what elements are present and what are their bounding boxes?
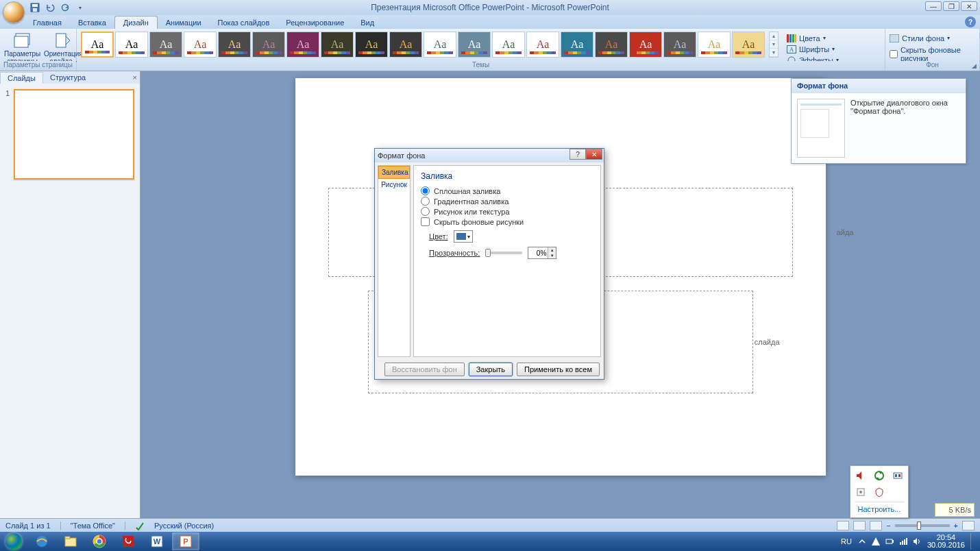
reset-background-button[interactable]: Восстановить фон [384,363,465,376]
language-indicator[interactable]: RU [841,537,852,546]
theme-thumbnail[interactable]: Aa [561,32,593,58]
tab-review[interactable]: Рецензирование [278,16,352,29]
zoom-fit-button[interactable] [962,521,975,530]
tray-network-icon[interactable] [898,537,908,546]
zoom-thumb[interactable] [917,522,921,530]
tray-action-center-icon[interactable] [871,537,881,546]
tab-view[interactable]: Вид [352,16,382,29]
transparency-spinner[interactable]: ▲▼ [528,247,556,259]
tab-home[interactable]: Главная [25,16,70,29]
theme-thumbnail[interactable]: Aa [629,32,662,58]
volume-icon[interactable] [855,470,866,481]
theme-thumbnail[interactable]: Aa [526,32,559,58]
gallery-row-up-icon[interactable]: ▴ [770,32,778,40]
tray-customize-link[interactable]: Настроить... [855,502,904,513]
taskbar-powerpoint[interactable]: P [172,532,199,550]
theme-thumbnail[interactable]: Aa [321,32,354,58]
background-styles-button[interactable]: Стили фона ▾ [890,33,950,43]
qat-more-icon[interactable]: ▾ [74,1,86,14]
transparency-input[interactable] [528,247,548,258]
help-icon[interactable]: ? [965,16,976,27]
view-normal-button[interactable] [837,521,849,530]
taskbar-word[interactable]: W [143,532,171,550]
undo-icon[interactable] [44,1,56,14]
close-dialog-button[interactable]: Закрыть [469,363,513,376]
tray-show-hidden-icon[interactable] [857,537,867,546]
theme-thumbnail[interactable]: Aa [492,32,525,58]
theme-thumbnail[interactable]: Aa [698,32,731,58]
view-sorter-button[interactable] [853,521,866,530]
zoom-in-button[interactable]: + [954,522,958,530]
transparency-slider[interactable] [485,252,522,254]
office-button[interactable] [3,1,25,23]
theme-thumbnail[interactable]: Aa [81,32,114,58]
dialog-titlebar[interactable]: Формат фона ? ✕ [375,149,604,162]
gallery-row-down-icon[interactable]: ▾ [770,40,778,49]
tab-insert[interactable]: Вставка [70,16,114,29]
close-button[interactable]: ✕ [961,1,977,11]
theme-thumbnail[interactable]: Aa [424,32,456,58]
dialog-close-button[interactable]: ✕ [586,149,602,160]
tab-animations[interactable]: Анимации [158,16,210,29]
apply-all-button[interactable]: Применить ко всем [517,363,600,376]
slide-panel-close-icon[interactable]: × [133,73,137,82]
opt-gradient-fill[interactable]: Градиентная заливка [421,197,593,206]
taskbar-chrome[interactable] [86,532,113,550]
security-icon[interactable] [874,487,885,498]
start-button[interactable] [0,532,27,551]
slide-thumbnail[interactable] [14,89,134,180]
taskbar-ie[interactable] [28,532,56,550]
opt-picture-fill[interactable]: Рисунок или текстура [421,207,593,216]
hide-bg-graphics-checkbox[interactable]: Скрыть фоновые рисунки [890,46,975,62]
spin-down-icon[interactable]: ▼ [548,253,556,258]
view-slideshow-button[interactable] [870,521,882,530]
slider-thumb[interactable] [485,249,491,257]
dialog-help-button[interactable]: ? [569,149,586,160]
save-icon[interactable] [29,1,41,14]
zoom-out-button[interactable]: − [886,522,890,530]
repeat-icon[interactable] [59,1,71,14]
hide-bg-graphics-input[interactable] [890,50,898,58]
theme-thumbnail[interactable]: Aa [252,32,285,58]
taskbar-clock[interactable]: 20:54 30.09.2016 [927,534,965,549]
spellcheck-icon[interactable] [135,521,145,530]
dialog-tab-fill[interactable]: Заливка [378,166,410,179]
tray-volume-icon[interactable] [912,537,922,546]
device-icon[interactable] [855,487,866,498]
outline-tab[interactable]: Структура [43,72,93,83]
minimize-button[interactable]: — [925,1,942,11]
theme-thumbnail[interactable]: Aa [149,32,182,58]
gallery-expand-icon[interactable]: ▾ [770,49,778,57]
themes-gallery[interactable]: AaAaAaAaAaAaAaAaAaAaAaAaAaAaAaAaAaAaAaAa [81,32,765,58]
status-language[interactable]: Русский (Россия) [154,522,214,530]
theme-thumbnail[interactable]: Aa [218,32,251,58]
theme-thumbnail[interactable]: Aa [732,32,765,58]
theme-thumbnail[interactable]: Aa [595,32,628,58]
background-dialog-launcher-icon[interactable]: ◢ [970,62,978,70]
tray-power-icon[interactable] [885,537,894,546]
theme-thumbnail[interactable]: Aa [184,32,217,58]
zoom-slider[interactable] [895,524,950,527]
spin-up-icon[interactable]: ▲ [548,247,556,253]
theme-thumbnail[interactable]: Aa [286,32,319,58]
theme-thumbnail[interactable]: Aa [355,32,388,58]
theme-thumbnail[interactable]: Aa [389,32,422,58]
theme-fonts-button[interactable]: A Шрифты ▾ [787,44,839,54]
tab-design[interactable]: Дизайн [114,16,158,29]
taskbar-acrobat[interactable] [114,532,142,550]
sync-icon[interactable] [874,470,885,481]
theme-colors-button[interactable]: Цвета ▾ [787,33,839,43]
slide-thumb-row[interactable]: 1 [5,89,134,180]
theme-thumbnail[interactable]: Aa [115,32,148,58]
taskbar-explorer[interactable] [57,532,84,550]
tab-slideshow[interactable]: Показ слайдов [210,16,278,29]
theme-thumbnail[interactable]: Aa [663,32,696,58]
opt-hide-bg[interactable]: Скрыть фоновые рисунки [421,217,593,226]
dialog-tab-picture[interactable]: Рисунок [378,179,410,191]
themes-gallery-more[interactable]: ▴ ▾ ▾ [769,32,779,58]
restore-button[interactable]: ❐ [943,1,959,11]
page-setup-button[interactable]: Параметры страницы [4,31,40,65]
opt-solid-fill[interactable]: Сплошная заливка [421,186,593,195]
theme-thumbnail[interactable]: Aa [458,32,491,58]
slides-tab[interactable]: Слайды [0,72,43,84]
